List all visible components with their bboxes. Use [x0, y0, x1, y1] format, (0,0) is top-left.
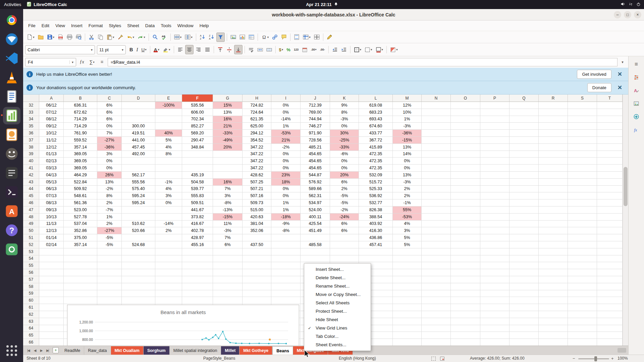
- cell-N63[interactable]: [422, 318, 451, 325]
- cell-Q36[interactable]: [509, 130, 539, 137]
- cell-M50[interactable]: 3%: [393, 227, 422, 234]
- cell-O32[interactable]: [451, 102, 480, 109]
- cell-N40[interactable]: [422, 158, 451, 165]
- cell-A53[interactable]: [39, 248, 64, 255]
- previous-sheet-icon[interactable]: ◀: [32, 349, 38, 352]
- cell-O49[interactable]: [451, 221, 480, 228]
- cell-M63[interactable]: [393, 318, 422, 325]
- column-header-D[interactable]: D: [122, 95, 155, 102]
- cell-A48[interactable]: 10/13: [39, 214, 64, 221]
- cell-K48[interactable]: -24%: [330, 214, 359, 221]
- cell-M48[interactable]: -53%: [393, 214, 422, 221]
- cell-G36[interactable]: -33%: [213, 130, 243, 137]
- cell-P56[interactable]: [480, 269, 509, 276]
- cell-Q44[interactable]: [509, 186, 539, 193]
- cell-O66[interactable]: [451, 339, 480, 346]
- cell-G48[interactable]: -15%: [213, 214, 243, 221]
- sort-ascending-icon[interactable]: AZ: [198, 33, 207, 42]
- cell-M66[interactable]: [393, 339, 422, 346]
- cell-S42[interactable]: [568, 172, 597, 179]
- cell-H60[interactable]: [243, 297, 271, 304]
- cell-M64[interactable]: [393, 325, 422, 332]
- cell-D52[interactable]: 524.68: [122, 241, 155, 248]
- cell-J45[interactable]: 562.31: [301, 192, 330, 199]
- cell-D37[interactable]: 441.00: [122, 137, 155, 144]
- cell-D50[interactable]: 520.66: [122, 227, 155, 234]
- cell-Q50[interactable]: [509, 227, 539, 234]
- row-header-33[interactable]: 33: [23, 109, 39, 116]
- cell-N34[interactable]: [422, 116, 451, 123]
- cell-R55[interactable]: [539, 262, 568, 269]
- cell-J51[interactable]: [301, 234, 330, 241]
- cell-T48[interactable]: [597, 214, 623, 221]
- cell-R32[interactable]: [539, 102, 568, 109]
- cell-B55[interactable]: [64, 262, 97, 269]
- sheet-tab-readme[interactable]: ReadMe: [61, 346, 84, 355]
- cell-T41[interactable]: [597, 165, 623, 172]
- get-involved-button[interactable]: Get involved: [577, 70, 611, 79]
- cell-E35[interactable]: [155, 123, 182, 130]
- cell-R46[interactable]: [539, 199, 568, 206]
- row-header-40[interactable]: 40: [23, 158, 39, 165]
- add-decimal-icon[interactable]: .00+: [310, 45, 318, 54]
- cell-Q35[interactable]: [509, 123, 539, 130]
- cell-H56[interactable]: [243, 269, 271, 276]
- cell-O58[interactable]: [451, 283, 480, 290]
- sort-descending-icon[interactable]: ZA: [207, 33, 216, 42]
- column-header-B[interactable]: B: [64, 95, 97, 102]
- system-tray[interactable]: [621, 2, 641, 7]
- cell-E40[interactable]: [155, 158, 182, 165]
- column-header-E[interactable]: E: [155, 95, 182, 102]
- cell-E33[interactable]: [155, 109, 182, 116]
- column-header-L[interactable]: L: [359, 95, 393, 102]
- selection-mode-icon[interactable]: [431, 357, 436, 361]
- dropdown-arrow-icon[interactable]: ▾: [133, 36, 135, 39]
- cell-H47[interactable]: 515.00: [243, 206, 271, 214]
- cell-I58[interactable]: [271, 283, 301, 290]
- cell-H50[interactable]: 352.06: [243, 227, 271, 234]
- cell-A52[interactable]: 02/14: [39, 241, 64, 248]
- open-file-icon[interactable]: [37, 33, 45, 42]
- cell-N45[interactable]: [422, 192, 451, 199]
- cell-K51[interactable]: [330, 234, 359, 241]
- cell-T45[interactable]: [597, 192, 623, 199]
- cell-G50[interactable]: -3%: [213, 227, 243, 234]
- row-header-48[interactable]: 48: [23, 214, 39, 221]
- cell-A62[interactable]: [39, 311, 64, 318]
- cell-K34[interactable]: -3%: [330, 116, 359, 123]
- cell-M41[interactable]: 0%: [393, 165, 422, 172]
- cell-O54[interactable]: [451, 255, 480, 262]
- cell-R40[interactable]: [539, 158, 568, 165]
- cell-O37[interactable]: [451, 137, 480, 144]
- cell-D49[interactable]: 510.62: [122, 221, 155, 228]
- cell-N37[interactable]: [422, 137, 451, 144]
- special-character-icon[interactable]: Ω▾: [260, 33, 270, 42]
- cell-T59[interactable]: [597, 290, 623, 297]
- cell-L51[interactable]: 436.86: [359, 234, 393, 241]
- navigator-icon[interactable]: [632, 113, 641, 121]
- cell-S47[interactable]: [568, 206, 597, 214]
- hyperlink-icon[interactable]: [271, 33, 279, 42]
- cell-T34[interactable]: [597, 116, 623, 123]
- cell-B54[interactable]: [64, 255, 97, 262]
- cell-R57[interactable]: [539, 276, 568, 283]
- cell-P34[interactable]: [480, 116, 509, 123]
- cell-H34[interactable]: 621.35: [243, 116, 271, 123]
- merge-cells-icon[interactable]: [265, 45, 273, 54]
- cell-N62[interactable]: [422, 311, 451, 318]
- cell-A41[interactable]: 03/13: [39, 165, 64, 172]
- cell-G32[interactable]: 15%: [213, 102, 243, 109]
- row-header-36[interactable]: 36: [23, 130, 39, 137]
- cell-E55[interactable]: [155, 262, 182, 269]
- cell-E49[interactable]: -14%: [155, 221, 182, 228]
- vertical-scrollbar-thumb[interactable]: [624, 167, 628, 206]
- dropdown-arrow-icon[interactable]: ▾: [33, 36, 35, 39]
- cell-M58[interactable]: [393, 283, 422, 290]
- close-infobar-icon[interactable]: ✕: [615, 84, 625, 91]
- title-bar[interactable]: workbook-with-sample-database.xlsx - Lib…: [23, 9, 644, 20]
- cell-H43[interactable]: 507.25: [243, 179, 271, 186]
- cell-L38[interactable]: 415.89: [359, 144, 393, 151]
- cell-T63[interactable]: [597, 318, 623, 325]
- cell-I49[interactable]: -9%: [271, 221, 301, 228]
- row-icon[interactable]: ▾: [173, 33, 183, 42]
